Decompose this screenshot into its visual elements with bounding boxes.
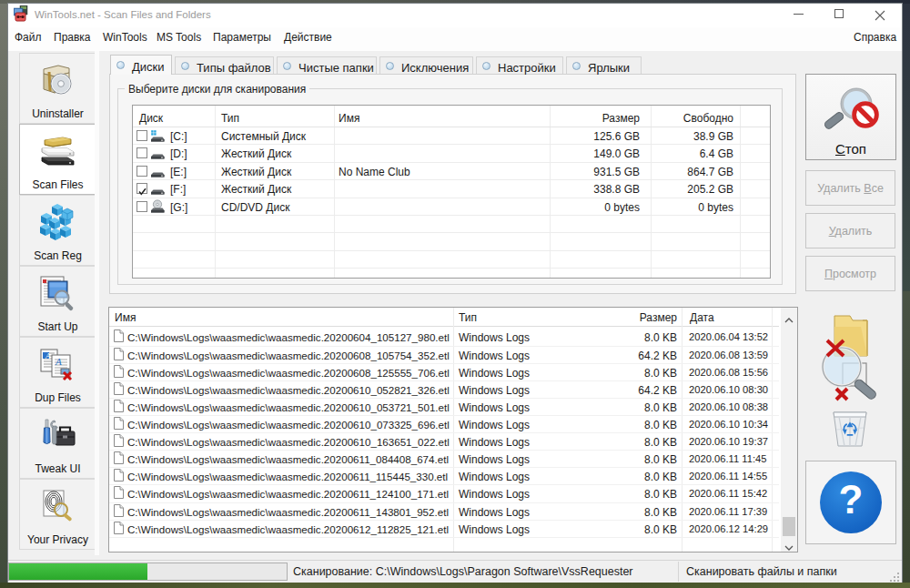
svg-text:A: A bbox=[45, 351, 51, 360]
svg-text:A: A bbox=[55, 356, 62, 367]
